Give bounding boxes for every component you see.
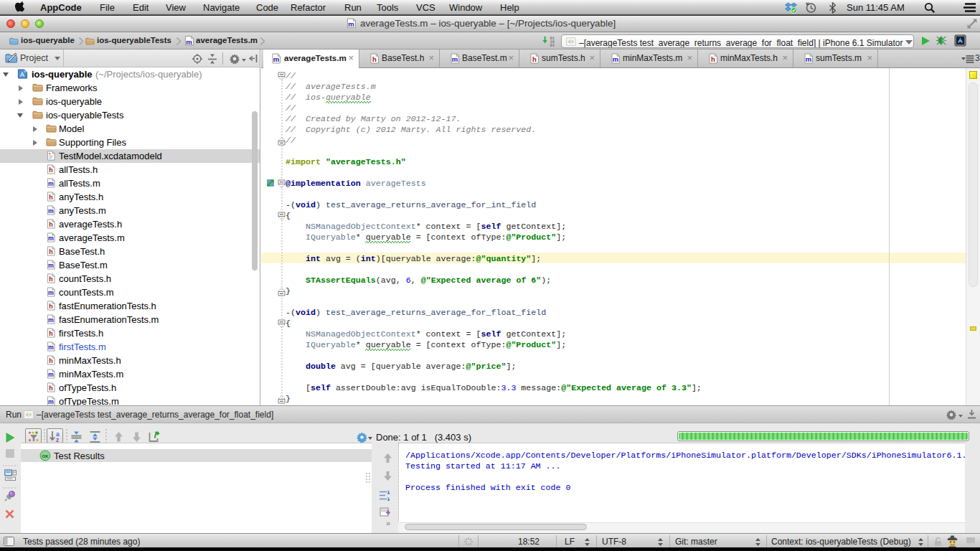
- svg-text:m: m: [806, 55, 811, 63]
- svg-text:m: m: [48, 262, 54, 269]
- svg-text:m: m: [48, 207, 54, 215]
- svg-text:m: m: [48, 344, 54, 351]
- svg-text:h: h: [49, 276, 52, 283]
- svg-text:h: h: [49, 303, 52, 310]
- svg-text:h: h: [49, 248, 52, 255]
- svg-text:h: h: [49, 385, 52, 392]
- svg-text:h: h: [532, 55, 537, 63]
- svg-text:m: m: [48, 371, 54, 378]
- svg-text:m: m: [48, 235, 54, 242]
- svg-text:h: h: [49, 221, 52, 228]
- svg-text:h: h: [49, 357, 52, 364]
- svg-text:m: m: [48, 398, 54, 405]
- svg-text:m: m: [186, 38, 192, 46]
- svg-text:h: h: [711, 55, 715, 63]
- svg-text:m: m: [452, 55, 458, 63]
- svg-text:m: m: [48, 180, 54, 187]
- svg-text:m: m: [48, 316, 54, 324]
- svg-text:m: m: [273, 55, 279, 63]
- svg-text:h: h: [372, 55, 377, 63]
- svg-text:z: z: [56, 436, 59, 443]
- svg-text:h: h: [49, 330, 52, 337]
- svg-text:h: h: [49, 194, 52, 201]
- svg-text:OK: OK: [42, 454, 50, 458]
- svg-text:m: m: [613, 55, 618, 63]
- svg-text:m: m: [48, 289, 54, 296]
- svg-text:01: 01: [550, 43, 555, 47]
- svg-text:h: h: [49, 166, 52, 174]
- svg-text:m: m: [348, 20, 354, 28]
